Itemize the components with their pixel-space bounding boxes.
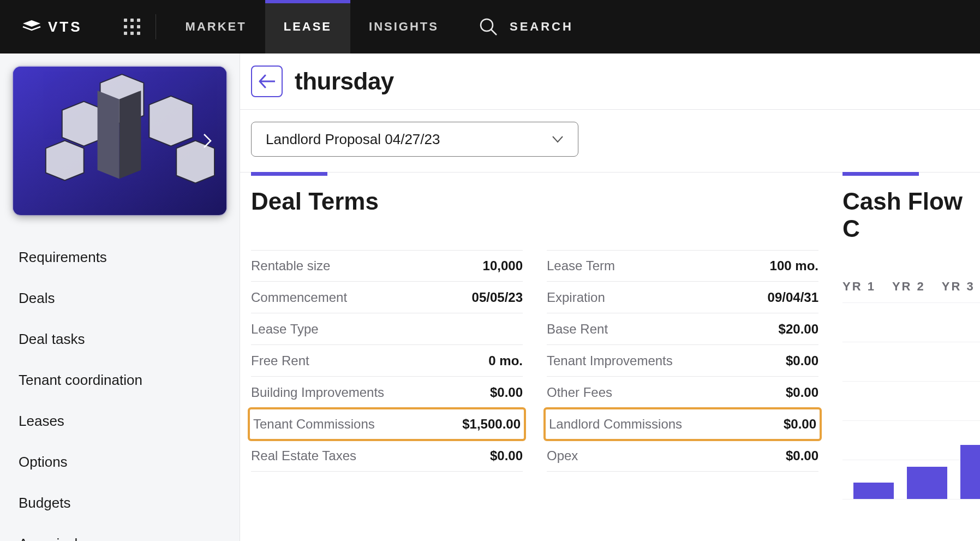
svg-marker-9 [98, 91, 119, 179]
deal-terms-left-column: Rentable size10,000Commencement05/05/23L… [251, 250, 523, 472]
search-icon [479, 17, 498, 36]
term-label: Building Improvements [251, 385, 384, 400]
term-value: $1,500.00 [462, 417, 521, 432]
term-label: Real Estate Taxes [251, 448, 356, 463]
term-row: Tenant Commissions$1,500.00 [248, 407, 526, 441]
chevron-right-icon[interactable] [198, 132, 217, 150]
year-header: YR 3 [942, 280, 975, 294]
term-label: Base Rent [547, 322, 608, 337]
term-row: Free Rent0 mo. [251, 345, 523, 377]
term-value: 05/05/23 [472, 290, 523, 305]
sidebar-item-tenant-coordination[interactable]: Tenant coordination [19, 366, 226, 394]
deal-terms-right-column: Lease Term100 mo.Expiration09/04/31Base … [547, 250, 818, 472]
svg-marker-8 [119, 91, 141, 179]
term-label: Rentable size [251, 258, 330, 274]
sidebar-item-deals[interactable]: Deals [19, 284, 226, 312]
term-value: 10,000 [483, 258, 523, 274]
term-label: Opex [547, 448, 578, 463]
year-header: YR 2 [892, 280, 925, 294]
nav-tab-insights[interactable]: INSIGHTS [350, 0, 457, 53]
term-row: Lease Term100 mo. [547, 250, 818, 282]
top-nav: VTS MARKET LEASE INSIGHTS SEARCH [0, 0, 980, 53]
side-nav: Requirements Deals Deal tasks Tenant coo… [13, 243, 226, 541]
term-value: 100 mo. [770, 258, 818, 274]
term-value: $0.00 [490, 448, 523, 463]
page-header: thursday [240, 53, 980, 110]
cash-flow-panel: Cash Flow C YR 1 YR 2 YR 3 [842, 172, 980, 499]
app-grid-icon[interactable] [124, 19, 140, 35]
panel-accent [251, 172, 327, 176]
chevron-down-icon [552, 135, 564, 143]
term-label: Free Rent [251, 353, 309, 368]
back-button[interactable] [251, 66, 283, 97]
term-value: $20.00 [779, 322, 818, 337]
term-row: Landlord Commissions$0.00 [543, 407, 822, 441]
sidebar-item-deal-tasks[interactable]: Deal tasks [19, 325, 226, 353]
term-row: Other Fees$0.00 [547, 377, 818, 408]
year-header: YR 1 [842, 280, 876, 294]
nav-tab-lease[interactable]: LEASE [265, 0, 350, 53]
term-label: Other Fees [547, 385, 612, 400]
cash-flow-year-headers: YR 1 YR 2 YR 3 [842, 280, 980, 294]
term-label: Commencement [251, 290, 347, 305]
city-illustration [13, 67, 226, 215]
term-row: Commencement05/05/23 [251, 282, 523, 313]
term-row: Rentable size10,000 [251, 250, 523, 282]
svg-marker-7 [46, 141, 84, 181]
term-value: $0.00 [786, 353, 818, 368]
arrow-left-icon [259, 74, 275, 88]
deal-terms-panel: Deal Terms Rentable size10,000Commenceme… [251, 172, 818, 499]
sidebar-item-leases[interactable]: Leases [19, 407, 226, 435]
term-row: Tenant Improvements$0.00 [547, 345, 818, 377]
svg-point-0 [481, 19, 493, 31]
deal-terms-heading: Deal Terms [251, 188, 818, 215]
term-row: Real Estate Taxes$0.00 [251, 440, 523, 472]
term-value: 0 mo. [488, 353, 523, 368]
sidebar-item-budgets[interactable]: Budgets [19, 489, 226, 517]
panel-accent [842, 172, 919, 176]
sidebar-item-appraisals[interactable]: Appraisals [19, 530, 226, 541]
chart-bar [907, 467, 947, 499]
logo[interactable]: VTS [0, 19, 100, 35]
term-label: Lease Term [547, 258, 615, 274]
term-row: Base Rent$20.00 [547, 313, 818, 345]
term-value: $0.00 [786, 385, 818, 400]
svg-line-1 [491, 29, 497, 35]
term-label: Lease Type [251, 322, 319, 337]
page-title: thursday [295, 68, 394, 95]
chart-bar [853, 483, 894, 499]
proposal-dropdown[interactable]: Landlord Proposal 04/27/23 [251, 122, 578, 157]
term-label: Expiration [547, 290, 605, 305]
main: thursday Landlord Proposal 04/27/23 Deal… [240, 53, 980, 541]
svg-marker-5 [149, 96, 193, 146]
cash-flow-heading: Cash Flow C [842, 188, 980, 242]
sidebar-item-options[interactable]: Options [19, 448, 226, 476]
term-row: Expiration09/04/31 [547, 282, 818, 313]
term-label: Tenant Commissions [253, 417, 375, 432]
logo-icon [22, 19, 41, 34]
term-value: $0.00 [490, 385, 523, 400]
nav-divider [156, 14, 156, 39]
proposal-dropdown-value: Landlord Proposal 04/27/23 [266, 131, 440, 148]
term-row: Lease Type [251, 313, 523, 345]
term-value: $0.00 [784, 417, 816, 432]
chart-bar [960, 445, 980, 499]
term-label: Landlord Commissions [549, 417, 682, 432]
logo-text: VTS [48, 19, 82, 35]
cash-flow-chart [842, 302, 980, 499]
search-label: SEARCH [510, 20, 573, 34]
nav-tab-market[interactable]: MARKET [167, 0, 265, 53]
nav-tabs: MARKET LEASE INSIGHTS [167, 0, 457, 53]
search-button[interactable]: SEARCH [479, 17, 573, 36]
asset-card[interactable]: All assets 50 assets [13, 67, 226, 215]
term-row: Opex$0.00 [547, 440, 818, 472]
sidebar-item-requirements[interactable]: Requirements [19, 243, 226, 271]
sidebar: All assets 50 assets Requirements Deals … [0, 53, 240, 541]
term-label: Tenant Improvements [547, 353, 673, 368]
term-value: $0.00 [786, 448, 818, 463]
term-row: Building Improvements$0.00 [251, 377, 523, 408]
term-value: 09/04/31 [768, 290, 818, 305]
